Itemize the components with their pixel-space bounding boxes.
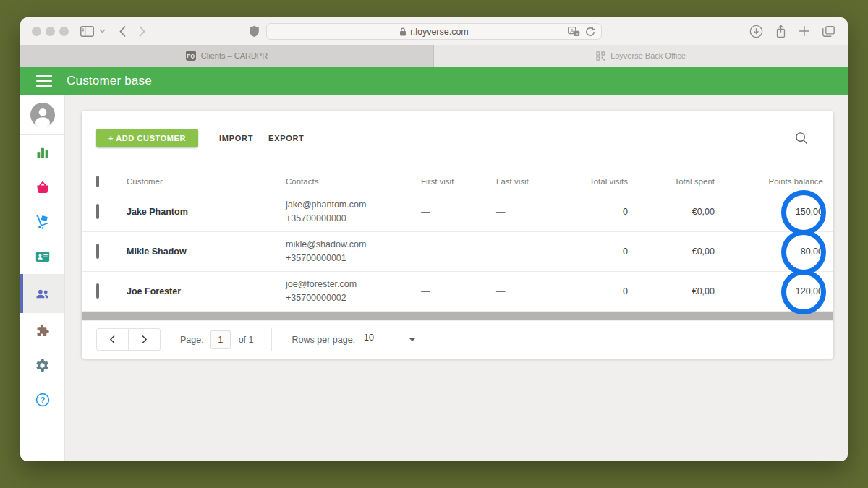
rows-per-page-label: Rows per page:: [292, 335, 356, 345]
sidebar-toggle-icon[interactable]: [80, 26, 94, 37]
import-button[interactable]: IMPORT: [219, 134, 253, 142]
privacy-shield-icon[interactable]: [249, 25, 260, 38]
sidebar-item-integrations[interactable]: [20, 313, 64, 348]
caret-down-icon: [409, 338, 416, 341]
sidebar-item-inventory[interactable]: [20, 205, 64, 239]
divider: [271, 328, 272, 351]
downloads-icon[interactable]: [749, 25, 763, 38]
reload-icon[interactable]: [585, 27, 595, 37]
puzzle-icon: [35, 323, 50, 338]
export-button[interactable]: EXPORT: [268, 134, 304, 142]
url-text: r.loyverse.com: [410, 27, 469, 37]
contact-card-icon: [35, 249, 51, 265]
sidebar-item-reports[interactable]: [20, 135, 64, 170]
customer-phone: +35700000000: [286, 212, 421, 226]
last-visit-value: —: [496, 247, 571, 257]
traffic-lights: [32, 27, 69, 36]
tab-loyverse-back-office[interactable]: Loyverse Back Office: [434, 45, 848, 67]
customer-email: mikle@shadow.com: [286, 238, 421, 252]
sidebar-item-customers[interactable]: [20, 274, 64, 313]
column-header-points-balance: Points balance: [715, 177, 823, 186]
last-visit-value: —: [496, 207, 571, 217]
add-customer-button[interactable]: + ADD CUSTOMER: [96, 129, 198, 147]
sidebar-item-settings[interactable]: [20, 348, 64, 382]
page-total-label: of 1: [239, 335, 254, 345]
total-spent-value: €0,00: [628, 247, 715, 257]
gear-icon: [35, 358, 50, 373]
browser-toolbar: r.loyverse.com Aa: [20, 17, 848, 45]
back-icon[interactable]: [119, 25, 127, 38]
customers-table: Customer Contacts First visit Last visit…: [82, 171, 833, 312]
tab-label: Clients – CARDPR: [201, 51, 268, 60]
forward-icon[interactable]: [138, 25, 146, 38]
row-checkbox[interactable]: [96, 244, 99, 259]
svg-text:A: A: [570, 27, 574, 34]
minimize-button[interactable]: [46, 27, 55, 36]
zoom-button[interactable]: [59, 27, 69, 36]
select-all-checkbox[interactable]: [96, 176, 99, 187]
column-header-first-visit: First visit: [421, 177, 496, 186]
hand-truck-icon: [35, 214, 51, 230]
customer-phone: +35700000002: [286, 291, 421, 305]
tab-clients-cardpr[interactable]: PQ Clients – CARDPR: [20, 45, 434, 67]
total-visits-value: 0: [571, 286, 628, 296]
table-row[interactable]: Mikle Shadow mikle@shadow.com+3570000000…: [82, 232, 833, 272]
browser-window: r.loyverse.com Aa: [20, 17, 848, 461]
main-content: + ADD CUSTOMER IMPORT EXPORT Customer Co…: [65, 95, 848, 461]
tab-overview-icon[interactable]: [822, 26, 835, 37]
share-icon[interactable]: [775, 25, 786, 38]
loyverse-favicon: [596, 51, 605, 61]
points-balance-value: 80,00: [715, 247, 823, 257]
chevron-down-icon[interactable]: [99, 29, 106, 33]
help-icon: ?: [35, 392, 51, 408]
column-header-last-visit: Last visit: [496, 177, 571, 186]
customers-people-icon: [34, 286, 51, 301]
row-checkbox[interactable]: [96, 204, 99, 219]
sidebar: ?: [20, 95, 65, 461]
first-visit-value: —: [421, 207, 496, 217]
lock-icon: [399, 27, 407, 36]
customer-name: Jake Phantom: [127, 207, 286, 217]
table-row[interactable]: Joe Forester joe@forester.com+3570000000…: [82, 272, 833, 312]
row-checkbox[interactable]: [96, 283, 99, 299]
app-bar: Customer base: [20, 67, 848, 95]
customer-name: Mikle Shadow: [127, 247, 286, 257]
menu-icon[interactable]: [36, 75, 52, 87]
account-avatar-icon: [30, 103, 55, 127]
sidebar-item-account[interactable]: [20, 95, 64, 135]
cardpr-favicon: PQ: [186, 51, 196, 61]
first-visit-value: —: [421, 286, 496, 296]
close-button[interactable]: [32, 27, 41, 36]
translate-icon[interactable]: Aa: [568, 27, 580, 37]
page-label: Page:: [180, 335, 204, 345]
total-spent-value: €0,00: [628, 286, 715, 296]
customer-base-card: + ADD CUSTOMER IMPORT EXPORT Customer Co…: [82, 111, 833, 359]
page-number-input[interactable]: [210, 330, 231, 349]
customer-email: joe@forester.com: [286, 278, 421, 291]
column-header-total-visits: Total visits: [571, 177, 628, 186]
horizontal-scrollbar[interactable]: [82, 312, 833, 321]
previous-page-button[interactable]: [96, 328, 129, 351]
tab-bar: PQ Clients – CARDPR Loyverse Back Office: [20, 45, 848, 67]
svg-text:?: ?: [40, 395, 44, 404]
search-icon[interactable]: [795, 132, 808, 145]
address-bar[interactable]: r.loyverse.com Aa: [266, 23, 602, 40]
sidebar-item-employees[interactable]: [20, 239, 64, 274]
customer-phone: +35700000001: [286, 252, 421, 265]
card-toolbar: + ADD CUSTOMER IMPORT EXPORT: [96, 129, 819, 147]
sidebar-item-help[interactable]: ?: [20, 382, 64, 417]
new-tab-icon[interactable]: [799, 25, 810, 37]
column-header-contacts: Contacts: [286, 177, 421, 186]
rows-per-page-select[interactable]: 10: [359, 333, 418, 346]
first-visit-value: —: [421, 247, 496, 257]
bar-chart-icon: [35, 145, 50, 160]
sidebar-item-items[interactable]: [20, 170, 64, 205]
column-header-customer: Customer: [127, 177, 286, 186]
next-page-button[interactable]: [128, 328, 161, 351]
points-balance-value: 120,00: [715, 286, 823, 296]
total-visits-value: 0: [571, 247, 628, 257]
basket-icon: [35, 179, 51, 195]
last-visit-value: —: [496, 286, 571, 296]
table-row[interactable]: Jake Phantom jake@phantom.com+3570000000…: [82, 192, 833, 232]
rows-per-page-value: 10: [364, 333, 374, 343]
